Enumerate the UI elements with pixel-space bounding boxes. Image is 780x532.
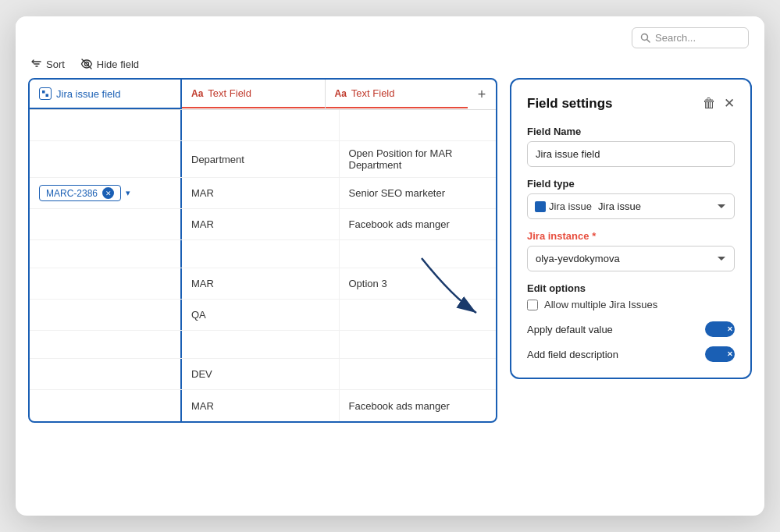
add-description-label: Add field description [527, 349, 618, 360]
table: Jira issue field Aa Text Field Aa Text F… [28, 78, 497, 423]
apply-default-row: Apply default value ✕ [527, 321, 735, 337]
jira-cell [30, 300, 182, 330]
table-row: Department Open Position for MAR Departm… [30, 141, 496, 178]
edit-options-group: Edit options Allow multiple Jira Issues [527, 282, 735, 310]
add-description-row: Add field description ✕ [527, 346, 735, 362]
jira-instance-select[interactable]: olya-yevdokymova [527, 246, 735, 271]
cell-text: Facebook ads manger [349, 400, 450, 412]
edit-options-title: Edit options [527, 282, 735, 294]
text2-col-icon: Aa [335, 88, 347, 99]
toggle-x-icon: ✕ [727, 325, 733, 333]
table-row [30, 110, 496, 141]
table-row: DEV [30, 359, 496, 390]
col1-cell: QA [182, 300, 340, 330]
cell-text: Option 3 [349, 278, 387, 289]
delete-button[interactable]: 🗑 [703, 96, 716, 112]
jira-header-cell: Jira issue field [30, 80, 180, 109]
main-content: Jira issue field Aa Text Field Aa Text F… [16, 78, 764, 423]
text1-col-label: Text Field [208, 87, 251, 99]
col1-cell [182, 110, 340, 140]
add-description-toggle[interactable]: ✕ [705, 346, 735, 362]
close-button[interactable]: ✕ [724, 95, 735, 112]
col1-cell: MAR [182, 268, 340, 299]
col2-cell: Senior SEO marketer [340, 178, 497, 208]
jira-col-icon [39, 87, 52, 100]
table-row [30, 331, 496, 359]
table-row: MAR Facebook ads manger [30, 390, 496, 421]
jira-cell [30, 268, 182, 299]
cell-text: Senior SEO marketer [349, 187, 446, 199]
required-marker: * [592, 230, 596, 242]
apply-default-toggle[interactable]: ✕ [705, 321, 735, 337]
field-name-input[interactable] [527, 141, 735, 167]
text2-column-header: Aa Text Field [326, 80, 468, 109]
table-row: MAR Facebook ads manger [30, 209, 496, 240]
field-type-select[interactable]: Jira issue [527, 193, 735, 219]
toolbar: Sort Hide field [16, 55, 764, 78]
cell-text: Department [191, 154, 244, 165]
toggle-track-2[interactable]: ✕ [705, 346, 735, 362]
col2-cell: Option 3 [340, 268, 497, 299]
sort-label: Sort [46, 59, 65, 70]
panel-header: Field settings 🗑 ✕ [527, 95, 735, 112]
allow-multiple-label: Allow multiple Jira Issues [544, 299, 657, 310]
add-icon: + [478, 87, 486, 103]
field-name-label: Field Name [527, 126, 735, 137]
cell-text: MAR [191, 278, 214, 289]
jira-cell [30, 240, 182, 268]
field-type-select-wrapper: Jira issue Jira issue [527, 193, 735, 219]
table-row [30, 240, 496, 268]
jira-cell [30, 359, 182, 389]
jira-cell [30, 110, 182, 140]
marc-remove-btn[interactable]: ✕ [102, 187, 114, 199]
field-type-group: Field type Jira issue Jira issue [527, 178, 735, 219]
sort-icon [31, 59, 42, 69]
col2-cell [340, 331, 497, 358]
toggle-track[interactable]: ✕ [705, 321, 735, 337]
col1-cell: Department [182, 141, 340, 177]
text2-col-label: Text Field [351, 87, 395, 99]
col1-cell: MAR [182, 209, 340, 239]
hide-icon [80, 58, 93, 70]
col2-cell [340, 110, 497, 140]
marc-chevron-icon[interactable]: ▾ [126, 188, 130, 198]
jira-cell: MARC-2386 ✕ ▾ [30, 178, 182, 208]
jira-col-label: Jira issue field [56, 88, 120, 100]
col2-cell [340, 240, 497, 268]
cell-text: MAR [191, 400, 214, 412]
col1-cell: DEV [182, 359, 340, 389]
text1-column-header: Aa Text Field [182, 80, 326, 109]
marc-tag: MARC-2386 ✕ [39, 185, 121, 201]
col1-cell [182, 331, 340, 358]
sort-button[interactable]: Sort [31, 59, 65, 70]
search-box[interactable]: Search... [632, 27, 749, 48]
svg-rect-5 [46, 94, 49, 98]
table-row: MARC-2386 ✕ ▾ MAR Senior SEO marketer [30, 178, 496, 209]
table-rows: Department Open Position for MAR Departm… [30, 110, 496, 421]
field-type-label: Field type [527, 178, 735, 190]
table-row: MAR Option 3 [30, 268, 496, 300]
search-icon [640, 33, 650, 43]
allow-multiple-row: Allow multiple Jira Issues [527, 299, 735, 310]
text1-header-cell: Aa Text Field [182, 80, 325, 108]
svg-line-1 [647, 40, 650, 43]
svg-rect-4 [42, 90, 45, 94]
toggle-x-icon-2: ✕ [727, 350, 733, 358]
marc-tag-label: MARC-2386 [46, 188, 98, 199]
field-settings-panel: Field settings 🗑 ✕ Field Name Field type… [510, 78, 752, 379]
cell-text: Open Position for MAR Department [349, 147, 487, 171]
topbar: Search... [16, 16, 764, 55]
hide-field-button[interactable]: Hide field [80, 58, 139, 70]
cell-text: DEV [191, 368, 212, 380]
allow-multiple-checkbox[interactable] [527, 300, 538, 310]
col2-cell [340, 300, 497, 330]
panel-actions: 🗑 ✕ [703, 95, 735, 112]
jira-instance-label: Jira instance * [527, 230, 735, 242]
cell-text: QA [191, 309, 206, 321]
cell-text: MAR [191, 187, 214, 199]
cell-text: MAR [191, 218, 214, 230]
jira-cell [30, 141, 182, 177]
marc-tag-container: MARC-2386 ✕ ▾ [39, 185, 130, 201]
add-column-button[interactable]: + [468, 80, 496, 109]
table-row: QA [30, 300, 496, 331]
